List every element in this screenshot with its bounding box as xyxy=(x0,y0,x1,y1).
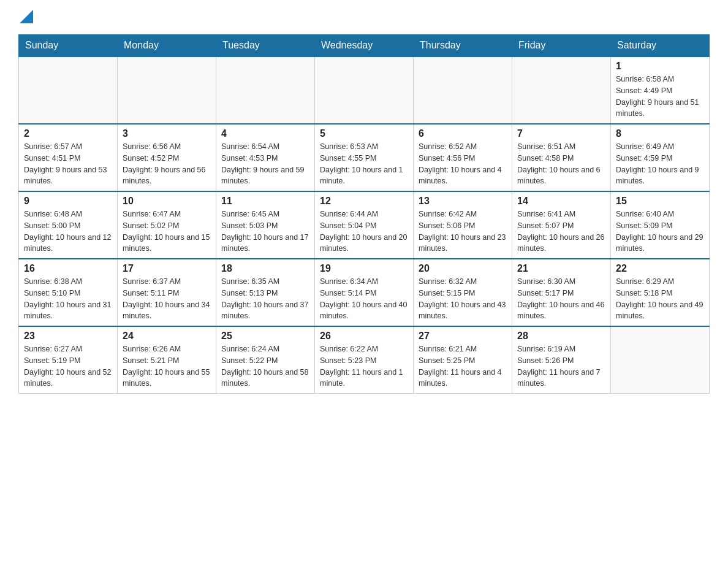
calendar-day-cell: 24Sunrise: 6:26 AMSunset: 5:21 PMDayligh… xyxy=(118,326,216,394)
calendar-day-cell: 5Sunrise: 6:53 AMSunset: 4:55 PMDaylight… xyxy=(315,124,414,191)
calendar-day-cell: 12Sunrise: 6:44 AMSunset: 5:04 PMDayligh… xyxy=(315,191,414,259)
day-number: 16 xyxy=(24,263,112,274)
day-info: Sunrise: 6:45 AMSunset: 5:03 PMDaylight:… xyxy=(221,209,309,255)
day-info: Sunrise: 6:56 AMSunset: 4:52 PMDaylight:… xyxy=(123,141,211,187)
day-info: Sunrise: 6:30 AMSunset: 5:17 PMDaylight:… xyxy=(517,276,605,322)
day-number: 15 xyxy=(616,196,704,207)
day-of-week-header: Thursday xyxy=(414,35,512,57)
day-number: 22 xyxy=(616,263,704,274)
calendar-day-cell: 2Sunrise: 6:57 AMSunset: 4:51 PMDaylight… xyxy=(19,124,118,191)
day-of-week-header: Wednesday xyxy=(315,35,414,57)
calendar-day-cell: 14Sunrise: 6:41 AMSunset: 5:07 PMDayligh… xyxy=(512,191,611,259)
day-number: 19 xyxy=(320,263,408,274)
day-info: Sunrise: 6:37 AMSunset: 5:11 PMDaylight:… xyxy=(123,276,211,322)
day-number: 14 xyxy=(517,196,605,207)
day-info: Sunrise: 6:26 AMSunset: 5:21 PMDaylight:… xyxy=(123,343,211,389)
day-number: 4 xyxy=(221,128,309,139)
day-of-week-header: Friday xyxy=(512,35,611,57)
calendar-week-row: 23Sunrise: 6:27 AMSunset: 5:19 PMDayligh… xyxy=(19,326,710,394)
calendar-day-cell xyxy=(118,56,216,124)
day-number: 3 xyxy=(123,128,211,139)
day-info: Sunrise: 6:24 AMSunset: 5:22 PMDaylight:… xyxy=(221,343,309,389)
day-info: Sunrise: 6:38 AMSunset: 5:10 PMDaylight:… xyxy=(24,276,112,322)
day-number: 25 xyxy=(221,331,309,342)
calendar-day-cell xyxy=(414,56,512,124)
calendar-day-cell: 10Sunrise: 6:47 AMSunset: 5:02 PMDayligh… xyxy=(118,191,216,259)
calendar-day-cell xyxy=(19,56,118,124)
calendar-day-cell: 16Sunrise: 6:38 AMSunset: 5:10 PMDayligh… xyxy=(19,259,118,326)
day-info: Sunrise: 6:19 AMSunset: 5:26 PMDaylight:… xyxy=(517,343,605,389)
day-number: 1 xyxy=(616,61,704,72)
day-info: Sunrise: 6:54 AMSunset: 4:53 PMDaylight:… xyxy=(221,141,309,187)
day-info: Sunrise: 6:35 AMSunset: 5:13 PMDaylight:… xyxy=(221,276,309,322)
day-info: Sunrise: 6:32 AMSunset: 5:15 PMDaylight:… xyxy=(419,276,507,322)
logo-triangle-icon xyxy=(20,10,33,23)
day-number: 11 xyxy=(221,196,309,207)
logo xyxy=(18,12,33,28)
day-number: 5 xyxy=(320,128,408,139)
calendar-day-cell: 23Sunrise: 6:27 AMSunset: 5:19 PMDayligh… xyxy=(19,326,118,394)
calendar-day-cell xyxy=(315,56,414,124)
day-info: Sunrise: 6:52 AMSunset: 4:56 PMDaylight:… xyxy=(419,141,507,187)
calendar-day-cell: 9Sunrise: 6:48 AMSunset: 5:00 PMDaylight… xyxy=(19,191,118,259)
calendar-day-cell: 18Sunrise: 6:35 AMSunset: 5:13 PMDayligh… xyxy=(216,259,315,326)
day-info: Sunrise: 6:58 AMSunset: 4:49 PMDaylight:… xyxy=(616,74,704,120)
day-info: Sunrise: 6:42 AMSunset: 5:06 PMDaylight:… xyxy=(419,209,507,255)
day-number: 28 xyxy=(517,331,605,342)
day-info: Sunrise: 6:53 AMSunset: 4:55 PMDaylight:… xyxy=(320,141,408,187)
calendar-day-cell: 1Sunrise: 6:58 AMSunset: 4:49 PMDaylight… xyxy=(611,56,710,124)
day-number: 20 xyxy=(419,263,507,274)
calendar-day-cell: 26Sunrise: 6:22 AMSunset: 5:23 PMDayligh… xyxy=(315,326,414,394)
day-number: 7 xyxy=(517,128,605,139)
day-info: Sunrise: 6:21 AMSunset: 5:25 PMDaylight:… xyxy=(419,343,507,389)
day-of-week-header: Tuesday xyxy=(216,35,315,57)
day-info: Sunrise: 6:49 AMSunset: 4:59 PMDaylight:… xyxy=(616,141,704,187)
day-number: 17 xyxy=(123,263,211,274)
day-number: 24 xyxy=(123,331,211,342)
calendar-day-cell: 8Sunrise: 6:49 AMSunset: 4:59 PMDaylight… xyxy=(611,124,710,191)
calendar-day-cell: 6Sunrise: 6:52 AMSunset: 4:56 PMDaylight… xyxy=(414,124,512,191)
calendar-day-cell: 17Sunrise: 6:37 AMSunset: 5:11 PMDayligh… xyxy=(118,259,216,326)
day-info: Sunrise: 6:48 AMSunset: 5:00 PMDaylight:… xyxy=(24,209,112,255)
day-info: Sunrise: 6:27 AMSunset: 5:19 PMDaylight:… xyxy=(24,343,112,389)
calendar-week-row: 16Sunrise: 6:38 AMSunset: 5:10 PMDayligh… xyxy=(19,259,710,326)
calendar-day-cell: 3Sunrise: 6:56 AMSunset: 4:52 PMDaylight… xyxy=(118,124,216,191)
day-number: 13 xyxy=(419,196,507,207)
day-info: Sunrise: 6:22 AMSunset: 5:23 PMDaylight:… xyxy=(320,343,408,389)
day-number: 18 xyxy=(221,263,309,274)
day-number: 6 xyxy=(419,128,507,139)
svg-marker-0 xyxy=(20,10,33,23)
calendar-day-cell: 19Sunrise: 6:34 AMSunset: 5:14 PMDayligh… xyxy=(315,259,414,326)
calendar-week-row: 2Sunrise: 6:57 AMSunset: 4:51 PMDaylight… xyxy=(19,124,710,191)
day-number: 2 xyxy=(24,128,112,139)
day-number: 27 xyxy=(419,331,507,342)
day-of-week-header: Saturday xyxy=(611,35,710,57)
day-info: Sunrise: 6:57 AMSunset: 4:51 PMDaylight:… xyxy=(24,141,112,187)
calendar-day-cell: 15Sunrise: 6:40 AMSunset: 5:09 PMDayligh… xyxy=(611,191,710,259)
calendar-day-cell: 11Sunrise: 6:45 AMSunset: 5:03 PMDayligh… xyxy=(216,191,315,259)
day-info: Sunrise: 6:40 AMSunset: 5:09 PMDaylight:… xyxy=(616,209,704,255)
calendar-table: SundayMondayTuesdayWednesdayThursdayFrid… xyxy=(18,34,710,394)
calendar-day-cell xyxy=(611,326,710,394)
day-number: 26 xyxy=(320,331,408,342)
calendar-day-cell: 13Sunrise: 6:42 AMSunset: 5:06 PMDayligh… xyxy=(414,191,512,259)
calendar-day-cell xyxy=(216,56,315,124)
calendar-day-cell: 28Sunrise: 6:19 AMSunset: 5:26 PMDayligh… xyxy=(512,326,611,394)
day-of-week-header: Monday xyxy=(118,35,216,57)
day-number: 10 xyxy=(123,196,211,207)
day-info: Sunrise: 6:29 AMSunset: 5:18 PMDaylight:… xyxy=(616,276,704,322)
calendar-day-cell: 25Sunrise: 6:24 AMSunset: 5:22 PMDayligh… xyxy=(216,326,315,394)
calendar-day-cell xyxy=(512,56,611,124)
page-header xyxy=(18,12,710,28)
calendar-week-row: 9Sunrise: 6:48 AMSunset: 5:00 PMDaylight… xyxy=(19,191,710,259)
day-info: Sunrise: 6:47 AMSunset: 5:02 PMDaylight:… xyxy=(123,209,211,255)
day-info: Sunrise: 6:41 AMSunset: 5:07 PMDaylight:… xyxy=(517,209,605,255)
day-of-week-header: Sunday xyxy=(19,35,118,57)
calendar-day-cell: 4Sunrise: 6:54 AMSunset: 4:53 PMDaylight… xyxy=(216,124,315,191)
calendar-day-cell: 20Sunrise: 6:32 AMSunset: 5:15 PMDayligh… xyxy=(414,259,512,326)
calendar-day-cell: 7Sunrise: 6:51 AMSunset: 4:58 PMDaylight… xyxy=(512,124,611,191)
calendar-week-row: 1Sunrise: 6:58 AMSunset: 4:49 PMDaylight… xyxy=(19,56,710,124)
day-number: 23 xyxy=(24,331,112,342)
day-number: 9 xyxy=(24,196,112,207)
calendar-header-row: SundayMondayTuesdayWednesdayThursdayFrid… xyxy=(19,35,710,57)
